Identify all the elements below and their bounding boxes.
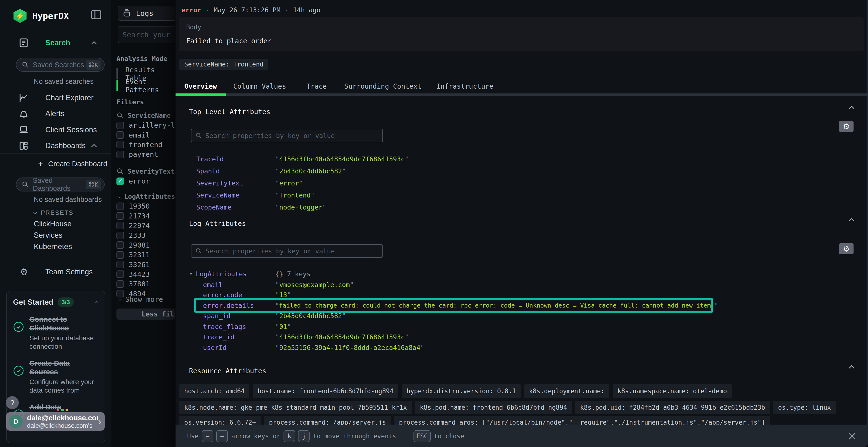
- gear-icon[interactable]: ⚙: [839, 121, 854, 132]
- resource-chip[interactable]: os.type: linux: [773, 401, 836, 414]
- attribute-value[interactable]: frontend: [275, 192, 315, 199]
- checkbox[interactable]: [117, 131, 124, 139]
- checkbox[interactable]: [117, 203, 124, 210]
- attribute-value[interactable]: 4156d3fbc40a64854d9dc7f68641593c: [275, 156, 409, 163]
- attribute-value[interactable]: 4156d3fbc40a64854d9dc7f68641593c: [275, 333, 409, 341]
- sidebar-item-team-settings[interactable]: ⚙ Team Settings: [0, 266, 112, 278]
- less-filters-button[interactable]: Less fil: [117, 309, 175, 319]
- checkbox[interactable]: [117, 222, 124, 229]
- collapse-section-icon[interactable]: [850, 218, 858, 224]
- resource-chip[interactable]: k8s.node.name: gke-pme-k8s-standard-main…: [179, 401, 412, 414]
- checkbox[interactable]: [117, 251, 124, 259]
- get-started-header[interactable]: Get Started 3/3: [13, 298, 98, 307]
- sidebar-item-dashboards[interactable]: Dashboards: [0, 139, 112, 152]
- attribute-key[interactable]: LogAttributes: [196, 270, 247, 278]
- attribute-key[interactable]: error.details: [203, 302, 275, 309]
- attribute-value[interactable]: 92a55156-39a4-11f0-8ddd-a2eca416a8a4: [275, 344, 424, 351]
- attribute-value[interactable]: error: [275, 179, 303, 187]
- collapse-section-icon[interactable]: [850, 366, 858, 371]
- filter-option[interactable]: 33261: [117, 260, 175, 269]
- filter-option[interactable]: payment: [117, 149, 175, 159]
- sidebar-item-alerts[interactable]: Alerts: [0, 107, 112, 120]
- filter-option[interactable]: email: [117, 130, 175, 140]
- app-logo[interactable]: ⚡ HyperDX: [13, 9, 69, 23]
- expander-icon[interactable]: ▾: [189, 271, 192, 277]
- get-started-item-sources[interactable]: Create Data Sources Configure where your…: [13, 359, 98, 394]
- attribute-key[interactable]: SeverityText: [196, 179, 275, 187]
- checkbox[interactable]: [117, 280, 124, 288]
- filter-option[interactable]: frontend: [117, 140, 175, 149]
- filter-option-checked[interactable]: ✓error: [117, 176, 175, 186]
- attribute-key[interactable]: userId: [203, 344, 275, 351]
- close-icon[interactable]: [847, 431, 858, 442]
- checkbox[interactable]: [117, 151, 124, 158]
- chevron-up-icon[interactable]: [93, 141, 96, 150]
- filter-option[interactable]: 19350: [117, 201, 175, 211]
- sidebar-item-search[interactable]: Search: [0, 37, 112, 49]
- create-dashboard-button[interactable]: + Create Dashboard: [38, 159, 107, 168]
- filter-option[interactable]: 34423: [117, 270, 175, 279]
- attribute-key[interactable]: span_id: [203, 312, 275, 319]
- attribute-key[interactable]: TraceId: [196, 156, 275, 163]
- tab-overview[interactable]: Overview: [176, 79, 226, 94]
- checkbox[interactable]: [117, 271, 124, 278]
- filter-option[interactable]: artillery-loa: [117, 121, 175, 130]
- sidebar-item-client-sessions[interactable]: Client Sessions: [0, 124, 112, 136]
- collapse-section-icon[interactable]: [850, 106, 858, 111]
- saved-dashboards-input[interactable]: Saved Dashboards ⌘K: [16, 177, 105, 192]
- mode-event-patterns[interactable]: Event Patterns: [117, 80, 175, 91]
- resource-chip[interactable]: host.name: frontend-6b6c8d7bfd-ng894: [253, 384, 398, 398]
- checkbox[interactable]: [117, 212, 124, 220]
- attribute-key[interactable]: ServiceName: [196, 192, 275, 199]
- presets-toggle[interactable]: PRESETS: [33, 209, 73, 216]
- checkbox[interactable]: [117, 122, 124, 129]
- service-name-chip[interactable]: ServiceName: frontend: [179, 59, 268, 70]
- tab-surrounding-context[interactable]: Surrounding Context: [340, 79, 426, 94]
- tab-trace[interactable]: Trace: [294, 79, 340, 94]
- resource-chip[interactable]: k8s.namespace.name: otel-demo: [613, 384, 732, 398]
- preset-services[interactable]: Services: [34, 231, 62, 240]
- attribute-value[interactable]: node-logger: [275, 204, 326, 211]
- chevron-up-icon[interactable]: [93, 38, 96, 47]
- log-attributes-search-input[interactable]: [202, 247, 382, 255]
- preset-kubernetes[interactable]: Kubernetes: [34, 242, 72, 251]
- gear-icon[interactable]: ⚙: [839, 243, 854, 254]
- show-more-button[interactable]: Show more: [118, 295, 163, 304]
- help-button[interactable]: ?: [6, 396, 19, 409]
- checkbox[interactable]: [117, 241, 124, 249]
- attribute-key[interactable]: email: [203, 281, 275, 288]
- resource-chip[interactable]: k8s.deployment.name:: [524, 384, 609, 398]
- top-level-search-input[interactable]: [202, 132, 382, 139]
- tab-infrastructure[interactable]: Infrastructure: [426, 79, 503, 94]
- attribute-value[interactable]: vmoses@example.com: [275, 281, 354, 288]
- chevron-up-icon[interactable]: [95, 301, 99, 305]
- checkbox-checked[interactable]: ✓: [117, 177, 124, 185]
- attribute-value[interactable]: 13: [275, 291, 291, 299]
- resource-chip[interactable]: host.arch: amd64: [179, 384, 249, 398]
- checkbox[interactable]: [117, 141, 124, 148]
- attribute-key[interactable]: trace_flags: [203, 323, 275, 331]
- filter-option[interactable]: 22974: [117, 221, 175, 231]
- collapse-sidebar-icon[interactable]: [91, 10, 102, 20]
- filter-option[interactable]: 29081: [117, 240, 175, 250]
- resource-chip[interactable]: k8s.pod.uid: f284fb2d-a0b3-4634-991b-e2c…: [575, 401, 770, 414]
- filter-option[interactable]: 32311: [117, 250, 175, 260]
- attribute-key[interactable]: trace_id: [203, 333, 275, 341]
- filter-option[interactable]: 2333: [117, 231, 175, 240]
- saved-searches-input[interactable]: Saved Searches ⌘K: [16, 58, 105, 72]
- filter-group-header[interactable]: SeverityText: [117, 166, 175, 176]
- checkbox[interactable]: [117, 261, 124, 268]
- attribute-key[interactable]: error.code: [203, 291, 275, 299]
- attribute-value[interactable]: 2b43d0c4dd6bc582: [275, 167, 346, 175]
- tab-column-values[interactable]: Column Values: [226, 79, 294, 94]
- scrollbar[interactable]: [867, 0, 868, 424]
- filter-group-header[interactable]: ServiceName: [117, 110, 175, 121]
- preset-clickhouse[interactable]: ClickHouse: [34, 220, 72, 228]
- attribute-key[interactable]: SpanId: [196, 167, 275, 175]
- filter-option[interactable]: 21734: [117, 211, 175, 220]
- filter-option[interactable]: 37801: [117, 279, 175, 289]
- filter-group-header[interactable]: LogAttributes: [117, 191, 175, 201]
- attribute-key[interactable]: ScopeName: [196, 204, 275, 211]
- attribute-value[interactable]: failed to charge card: could not charge …: [275, 302, 718, 309]
- get-started-item-connect[interactable]: Connect to ClickHouse Set up your databa…: [13, 315, 98, 351]
